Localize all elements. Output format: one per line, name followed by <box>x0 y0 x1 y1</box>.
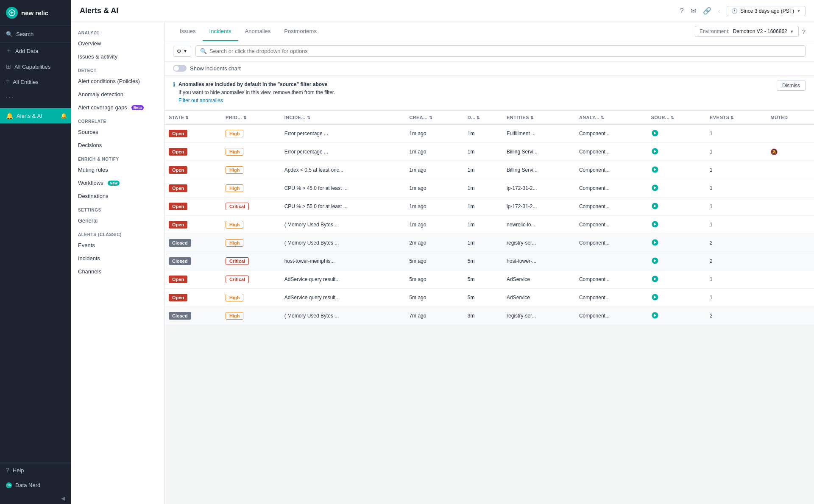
cell-incident[interactable]: ( Memory Used Bytes ... <box>280 215 405 234</box>
tab-anomalies[interactable]: Anomalies <box>238 22 278 41</box>
search-input[interactable] <box>209 48 801 54</box>
left-nav-workflows[interactable]: Workflows New <box>71 176 164 189</box>
tab-incidents[interactable]: Incidents <box>203 22 238 41</box>
mail-topbar-icon[interactable]: ✉ <box>691 7 696 15</box>
cell-entities[interactable]: host-tower-... <box>502 252 575 270</box>
link-topbar-icon[interactable]: 🔗 <box>703 7 711 15</box>
time-selector[interactable]: 🕐 Since 3 days ago (PST) ▼ <box>727 6 806 16</box>
cell-entities[interactable]: ip-172-31-2... <box>502 179 575 197</box>
sidebar-item-more[interactable]: ··· <box>0 89 71 104</box>
left-nav-decisions[interactable]: Decisions <box>71 139 164 152</box>
col-entities[interactable]: ENTITIES⇅ <box>502 111 575 125</box>
col-priority[interactable]: PRIO...⇅ <box>221 111 280 125</box>
table-row[interactable]: Closed High ( Memory Used Bytes ... 2m a… <box>164 234 814 252</box>
tab-postmortems[interactable]: Postmortems <box>277 22 323 41</box>
cell-analysis <box>575 252 647 270</box>
table-row[interactable]: Closed High ( Memory Used Bytes ... 7m a… <box>164 306 814 325</box>
sidebar-item-data-nerd[interactable]: DN Data Nerd <box>0 478 71 493</box>
dismiss-button[interactable]: Dismiss <box>777 81 806 91</box>
sidebar-item-help[interactable]: ? Help <box>0 462 71 478</box>
table-row[interactable]: Closed Critical host-tower-memphis... 5m… <box>164 252 814 270</box>
cell-incident[interactable]: host-tower-memphis... <box>280 252 405 270</box>
cell-duration: 1m <box>463 179 502 197</box>
col-state[interactable]: STATE⇅ <box>164 111 221 125</box>
col-events[interactable]: EVENTS⇅ <box>705 111 766 125</box>
table-row[interactable]: Open High CPU % > 45.0 for at least ... … <box>164 179 814 197</box>
col-created[interactable]: CREA...⇅ <box>405 111 463 125</box>
left-nav-destinations[interactable]: Destinations <box>71 189 164 203</box>
cell-incident[interactable]: Error percentage ... <box>280 124 405 142</box>
table-row[interactable]: Open High AdService query result... 5m a… <box>164 288 814 306</box>
left-nav-section-classic: ALERTS (CLASSIC) <box>71 227 164 239</box>
left-nav-incidents-classic[interactable]: Incidents <box>71 252 164 265</box>
cell-muted <box>766 161 814 179</box>
help-topbar-icon[interactable]: ? <box>680 7 684 15</box>
cell-entities[interactable]: ip-172-31-2... <box>502 197 575 215</box>
left-nav-sources[interactable]: Sources <box>71 125 164 139</box>
col-analysis[interactable]: ANALY...⇅ <box>575 111 647 125</box>
cell-incident[interactable]: Apdex < 0.5 at least onc... <box>280 161 405 179</box>
sidebar-item-all-entities[interactable]: ≡ All Entities <box>0 74 71 89</box>
col-duration[interactable]: D...⇅ <box>463 111 502 125</box>
cell-incident[interactable]: CPU % > 55.0 for at least ... <box>280 197 405 215</box>
add-icon: ＋ <box>6 47 12 55</box>
filter-anomalies-link[interactable]: Filter out anomalies <box>178 97 223 103</box>
logo[interactable]: new relic <box>0 0 71 26</box>
cell-state: Open <box>164 215 221 234</box>
cell-entities[interactable]: Billing Servi... <box>502 161 575 179</box>
nr-source-icon <box>651 311 659 320</box>
cell-created: 5m ago <box>405 252 463 270</box>
cell-entities[interactable]: Billing Servi... <box>502 142 575 161</box>
left-nav-general[interactable]: General <box>71 214 164 227</box>
left-nav-issues-activity[interactable]: Issues & activity <box>71 50 164 63</box>
cell-entities[interactable]: newrelic-lo... <box>502 215 575 234</box>
left-nav-muting-rules[interactable]: Muting rules <box>71 163 164 176</box>
left-nav-alert-conditions[interactable]: Alert conditions (Policies) <box>71 75 164 88</box>
cell-entities[interactable]: registry-ser... <box>502 306 575 325</box>
sidebar-item-all-capabilities[interactable]: ⊞ All Capabilities <box>0 59 71 74</box>
environment-selector[interactable]: Environment: Demotron V2 - 1606862 ▼ <box>695 26 799 37</box>
collapse-icon[interactable]: ◀ <box>61 495 65 501</box>
tab-help-icon[interactable]: ? <box>802 28 806 35</box>
cell-entities[interactable]: AdService <box>502 270 575 288</box>
left-nav-anomaly-detection[interactable]: Anomaly detection <box>71 88 164 101</box>
cell-incident[interactable]: Error percentage ... <box>280 142 405 161</box>
table-row[interactable]: Open High Error percentage ... 1m ago 1m… <box>164 124 814 142</box>
filter-icon: ⚙ <box>177 48 181 54</box>
state-badge: Open <box>169 294 187 301</box>
sidebar-item-add-data[interactable]: ＋ Add Data <box>0 43 71 59</box>
cell-incident[interactable]: AdService query result... <box>280 288 405 306</box>
tab-issues[interactable]: Issues <box>173 22 203 41</box>
cell-incident[interactable]: ( Memory Used Bytes ... <box>280 306 405 325</box>
filter-dropdown[interactable]: ⚙ ▼ <box>173 46 191 57</box>
cell-analysis: Component... <box>575 142 647 161</box>
cell-entities[interactable]: registry-ser... <box>502 234 575 252</box>
table-row[interactable]: Open Critical AdService query result... … <box>164 270 814 288</box>
divider <box>0 106 71 106</box>
cell-incident[interactable]: ( Memory Used Bytes ... <box>280 234 405 252</box>
cell-incident[interactable]: CPU % > 45.0 for at least ... <box>280 179 405 197</box>
show-chart-toggle[interactable] <box>173 65 187 72</box>
cell-entities[interactable]: Fulfillment ... <box>502 124 575 142</box>
table-row[interactable]: Open High Error percentage ... 1m ago 1m… <box>164 142 814 161</box>
left-nav-channels[interactable]: Channels <box>71 265 164 278</box>
priority-badge: High <box>226 294 243 301</box>
table-row[interactable]: Open Critical CPU % > 55.0 for at least … <box>164 197 814 215</box>
search-box[interactable]: 🔍 <box>195 45 806 57</box>
cell-source <box>647 252 705 270</box>
notification-bell-icon[interactable]: 🔔 <box>61 113 67 119</box>
left-nav-overview[interactable]: Overview <box>71 37 164 50</box>
search-item[interactable]: 🔍 Search <box>0 26 71 43</box>
sidebar-item-alerts[interactable]: 🔔 Alerts & AI 🔔 <box>0 108 71 123</box>
left-nav-alert-coverage[interactable]: Alert coverage gaps Beta <box>71 101 164 114</box>
cell-state: Closed <box>164 234 221 252</box>
col-incident[interactable]: INCIDE...⇅ <box>280 111 405 125</box>
cell-priority: Critical <box>221 270 280 288</box>
table-row[interactable]: Open High ( Memory Used Bytes ... 1m ago… <box>164 215 814 234</box>
table-row[interactable]: Open High Apdex < 0.5 at least onc... 1m… <box>164 161 814 179</box>
cell-entities[interactable]: AdService <box>502 288 575 306</box>
col-source[interactable]: SOUR...⇅ <box>647 111 705 125</box>
cell-incident[interactable]: AdService query result... <box>280 270 405 288</box>
arrow-left-icon[interactable]: ‹ <box>718 8 720 14</box>
left-nav-events[interactable]: Events <box>71 239 164 252</box>
